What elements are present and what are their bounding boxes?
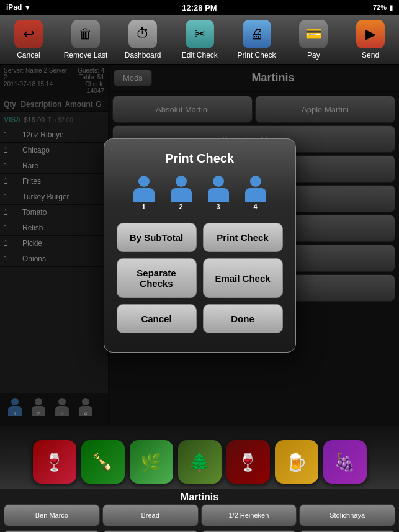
modal-guest-2-num: 2 [179,203,182,210]
modal-row-3: Cancel Done [117,304,283,333]
cancel-icon: ↩ [14,20,43,48]
print-check-modal-button[interactable]: Print Check [203,223,283,252]
by-subtotal-button[interactable]: By SubTotal [117,223,197,252]
carrier-label: iPad [6,3,22,12]
nav-item-stolichnaya[interactable]: Stolichnaya [299,504,395,526]
cancel-button[interactable]: ↩ Cancel [7,20,50,60]
bottom-nav: Martinis Ben Marco Bread 1/2 Heineken St… [0,489,399,532]
pay-icon: 💳 [299,20,328,48]
status-time: 12:28 PM [182,3,217,12]
modal-guest-2-figure [169,176,194,203]
modal-overlay: Print Check 1 2 [0,65,399,426]
remove-last-icon: 🗑 [71,20,100,48]
dock-app-3[interactable]: 🌿 [130,440,173,484]
main-area: Server: Name 2 Server 2 2011-07-18 15:14… [0,65,399,426]
toolbar: ↩ Cancel 🗑 Remove Last ⏱ Dashboard ✂ Edi… [0,15,399,65]
dock-app-6[interactable]: 🍺 [275,440,318,484]
nav-item-half-heineken[interactable]: 1/2 Heineken [201,504,297,526]
remove-last-label: Remove Last [64,51,108,60]
app-dock-area: 🍷 🍾 🌿 🌲 🍷 🍺 🍇 [0,426,399,489]
modal-guest-4[interactable]: 4 [240,176,271,210]
print-check-button[interactable]: 🖨 Print Check [235,20,279,60]
modal-guest-3[interactable]: 3 [203,176,234,210]
modal-row-1: By SubTotal Print Check [117,223,283,252]
print-check-icon: 🖨 [243,20,271,48]
status-bar: iPad ▾ 12:28 PM 72% ▮ [0,0,399,15]
modal-guest-3-figure [206,176,231,203]
modal-guest-2[interactable]: 2 [166,176,197,210]
modal-guest-1[interactable]: 1 [128,176,159,210]
status-right: 72% ▮ [373,4,393,12]
separate-checks-button[interactable]: Separate Checks [117,258,197,298]
modal-guests: 1 2 3 [117,176,283,210]
pay-button[interactable]: 💳 Pay [292,20,335,60]
dock-icons: 🍷 🍾 🌿 🌲 🍷 🍺 🍇 [0,426,399,489]
edit-check-button[interactable]: ✂ Edit Check [178,20,222,60]
remove-last-button[interactable]: 🗑 Remove Last [64,20,108,60]
send-label: Send [362,51,379,60]
nav-item-ben-marco[interactable]: Ben Marco [4,504,100,526]
battery-label: 72% [373,4,387,11]
dashboard-button[interactable]: ⏱ Dashboard [121,20,164,60]
modal-guest-3-num: 3 [216,203,220,210]
wifi-icon: ▾ [25,3,29,12]
modal-title: Print Check [117,151,283,166]
dock-app-2[interactable]: 🍾 [81,440,125,484]
modal-guest-1-num: 1 [141,203,145,210]
edit-check-icon: ✂ [186,20,214,48]
done-button[interactable]: Done [203,304,283,333]
pay-label: Pay [307,51,320,60]
modal-row-2: Separate Checks Email Check [117,258,283,298]
send-button[interactable]: ▶ Send [349,20,392,60]
bottom-nav-title: Martinis [0,489,399,504]
dock-app-7[interactable]: 🍇 [323,440,367,484]
dock-app-1[interactable]: 🍷 [33,440,76,484]
dashboard-icon: ⏱ [128,20,157,48]
dock-app-5[interactable]: 🍷 [226,440,270,484]
modal-cancel-button[interactable]: Cancel [117,304,197,333]
dashboard-label: Dashboard [125,51,161,60]
nav-item-bread[interactable]: Bread [102,504,199,526]
cancel-label: Cancel [17,51,40,60]
status-left: iPad ▾ [6,3,29,12]
dock-app-4[interactable]: 🌲 [178,440,222,484]
email-check-button[interactable]: Email Check [203,258,283,298]
edit-check-label: Edit Check [182,51,218,60]
print-check-label: Print Check [238,51,276,60]
modal-guest-4-figure [243,176,268,203]
battery-icon: ▮ [389,4,393,12]
bottom-nav-row-1: Ben Marco Bread 1/2 Heineken Stolichnaya [0,504,399,529]
print-check-modal: Print Check 1 2 [104,138,296,353]
send-icon: ▶ [356,20,385,48]
modal-guest-4-num: 4 [253,203,257,210]
modal-guest-1-figure [132,176,156,203]
